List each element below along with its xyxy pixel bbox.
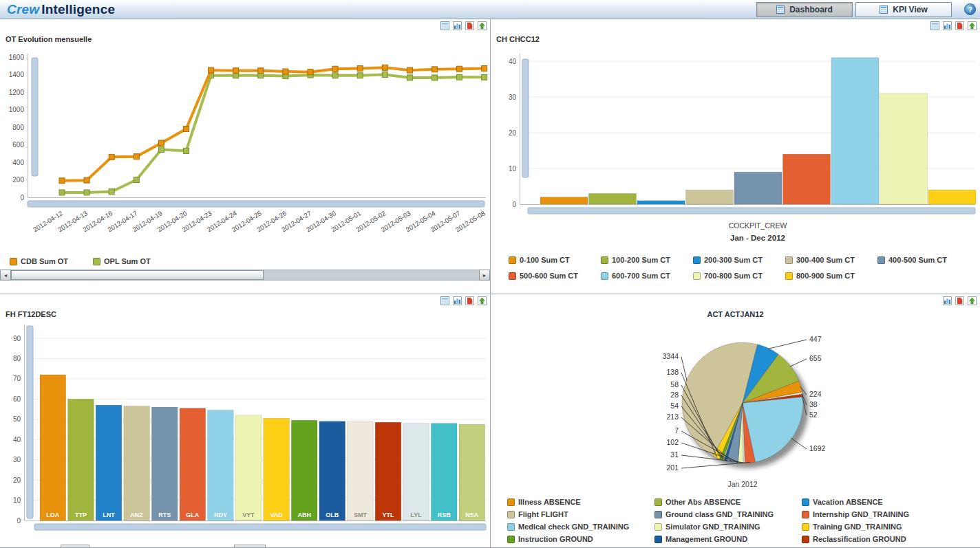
tab-dashboard[interactable]: Dashboard [756,2,853,17]
data-point[interactable] [184,148,189,153]
data-point[interactable] [407,75,412,80]
data-point[interactable] [59,178,65,184]
help-icon[interactable]: ? [964,3,976,15]
bar-GLA[interactable] [180,408,206,520]
data-point[interactable] [134,154,139,160]
panel-title-ch: CH CHCC12 [496,35,540,43]
vertical-zoom-slider[interactable] [32,58,38,176]
bar-VAD[interactable] [264,418,290,520]
act-pie-chart[interactable]: 3344138582854213710231201447655224385216… [491,322,980,495]
vertical-zoom-slider[interactable] [27,326,33,518]
data-point[interactable] [357,66,363,72]
scroll-right-button[interactable]: ► [479,270,490,281]
data-point[interactable] [134,177,139,183]
bar-RSB[interactable] [431,424,457,520]
bar-YTL[interactable] [375,422,401,520]
maximize-icon[interactable] [967,296,977,306]
scroll-thumb[interactable] [11,270,264,280]
data-point[interactable] [109,189,114,195]
window-icon[interactable] [440,21,450,31]
data-point[interactable] [382,72,387,78]
bar-RTS[interactable] [151,407,178,520]
bar-0-100 Sum CT[interactable] [540,197,588,204]
window-icon[interactable] [440,296,450,306]
maximize-icon[interactable] [477,296,487,306]
bar-400-500 Sum CT[interactable] [734,172,782,204]
vertical-zoom-slider[interactable] [522,59,529,177]
data-point[interactable] [382,65,387,70]
bar-ANZ[interactable] [124,406,150,520]
pdf-export-icon[interactable] [955,296,965,306]
scroll-left-button[interactable]: ◄ [0,270,11,281]
tab-kpi-view[interactable]: KPI View [855,2,952,17]
maximize-icon[interactable] [477,21,487,31]
chart-shape [456,298,458,304]
bar-LOA[interactable] [40,375,66,520]
logo-crew: Crew [7,2,39,17]
pdf-export-icon[interactable] [465,296,475,306]
data-point[interactable] [84,177,89,183]
bar-VYT[interactable] [235,415,262,520]
bar-500-600 Sum CT[interactable] [783,154,831,204]
scroll-track[interactable] [11,270,479,281]
data-point[interactable] [357,73,363,78]
legend-label: Reclassification GROUND [813,535,906,543]
bar-200-300 Sum CT[interactable] [637,201,685,204]
chart-shape [454,300,456,304]
data-point[interactable] [109,154,114,160]
bar-600-700 Sum CT[interactable] [831,58,879,204]
chart-label: TTP [75,512,87,518]
bar-RDY[interactable] [208,410,234,520]
data-point[interactable] [158,140,164,146]
bar-300-400 Sum CT[interactable] [686,190,734,204]
data-point[interactable] [308,69,313,75]
pdf-export-icon[interactable] [955,21,965,31]
horizontal-zoom-slider[interactable] [528,208,975,214]
data-point[interactable] [158,147,164,153]
bar-LYL[interactable] [403,424,429,520]
maximize-icon[interactable] [967,21,977,31]
bar-OLB[interactable] [319,421,345,520]
data-point[interactable] [209,67,214,73]
horizontal-zoom-slider[interactable] [34,524,486,530]
chart-label: 600 [12,141,24,149]
dashboard-grid-icon [776,6,785,14]
pdf-export-icon[interactable] [465,21,475,31]
ot-line-chart[interactable]: 020040060080010001200140016002012-04-122… [0,44,489,250]
data-point[interactable] [84,190,89,195]
bar-800-900 Sum CT[interactable] [928,190,976,204]
series-line[interactable] [62,75,484,193]
ch-bar-chart[interactable]: 010203040COCKPIT_CREWJan - Dec 2012 [491,44,980,250]
data-point[interactable] [283,69,288,74]
chart-export-icon[interactable] [942,21,952,31]
data-point[interactable] [457,74,462,80]
data-point[interactable] [407,67,412,73]
data-point[interactable] [332,66,338,72]
data-point[interactable] [432,67,438,72]
bar-LNT[interactable] [96,405,122,520]
series-line[interactable] [62,67,484,180]
data-point[interactable] [432,75,438,80]
bar-700-800 Sum CT[interactable] [880,94,928,204]
bar-TTP[interactable] [68,399,94,520]
data-point[interactable] [184,127,189,132]
chart-export-icon[interactable] [452,21,462,31]
data-point[interactable] [332,73,338,78]
chart-export-icon[interactable] [452,296,462,306]
bar-ABH[interactable] [291,420,317,520]
bar-100-200 Sum CT[interactable] [589,193,637,204]
bar-SMT[interactable] [348,421,374,520]
data-point[interactable] [482,66,487,72]
data-point[interactable] [233,68,239,74]
horizontal-zoom-slider[interactable] [28,201,484,207]
window-icon[interactable] [930,21,940,31]
data-point[interactable] [482,74,487,80]
horizontal-scrollbar[interactable]: ◄ ► [0,270,490,281]
data-point[interactable] [457,66,462,72]
bar-NSA[interactable] [459,424,485,520]
data-point[interactable] [59,190,65,195]
panel-title-act: ACT ACTJAN12 [491,310,980,318]
chart-export-icon[interactable] [942,296,952,306]
fh-bar-chart[interactable]: 0102030405060708090LOATTPLNTANZRTSGLARDY… [0,319,490,534]
data-point[interactable] [258,68,264,74]
